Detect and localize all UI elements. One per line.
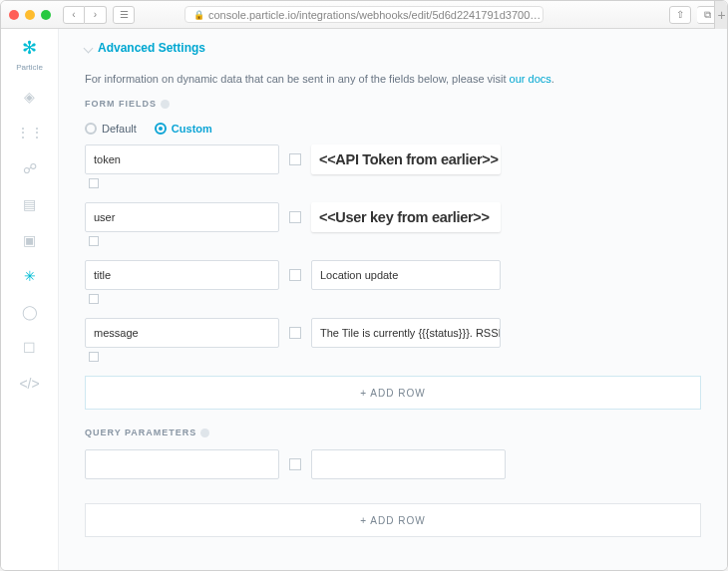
main-content: Advanced Settings For information on dyn…: [59, 29, 727, 570]
add-row-button-formfields[interactable]: + ADD ROW: [85, 376, 701, 410]
brand-label: Particle: [16, 63, 43, 72]
nav-icon-integrations[interactable]: ✳: [19, 265, 41, 287]
new-tab-button[interactable]: +: [714, 1, 728, 29]
row-key-0: token: [94, 153, 121, 165]
row-checkbox-3[interactable]: [289, 327, 301, 339]
row-key-input-3[interactable]: message: [85, 318, 279, 348]
row-subcheck-3[interactable]: [89, 352, 99, 362]
row-subcheck-0[interactable]: [89, 178, 99, 188]
nav-icon-console[interactable]: ▣: [19, 229, 41, 251]
window-close-button[interactable]: [9, 10, 19, 20]
docs-link[interactable]: our docs: [510, 73, 551, 85]
row-value-input-0[interactable]: <<API Token from earlier>>: [311, 144, 501, 174]
row-subcheck-1[interactable]: [89, 236, 99, 246]
radio-default-circle: [85, 123, 97, 135]
qp-checkbox-0[interactable]: [289, 458, 301, 470]
advanced-settings-label: Advanced Settings: [98, 41, 205, 55]
nav-icon-auth[interactable]: ◯: [19, 301, 41, 323]
browser-titlebar: ‹ › ☰ 🔒 console.particle.io/integrations…: [1, 1, 727, 29]
help-icon[interactable]: [161, 100, 170, 109]
row-checkbox-1[interactable]: [289, 211, 301, 223]
advanced-settings-toggle[interactable]: Advanced Settings: [85, 41, 701, 55]
row-subcheck-2[interactable]: [89, 294, 99, 304]
info-text: For information on dynamic data that can…: [85, 73, 701, 85]
radio-default-label: Default: [102, 123, 137, 135]
query-params-label-text: QUERY PARAMETERS: [85, 428, 196, 437]
row-value-input-1[interactable]: <<User key from earlier>>: [311, 202, 501, 232]
row-value-input-2[interactable]: Location update: [311, 260, 501, 290]
row-key-input-0[interactable]: token: [85, 144, 279, 174]
nav-icon-events[interactable]: ☐: [19, 337, 41, 359]
row-value-1: <<User key from earlier>>: [319, 209, 490, 225]
nav-rail: ✻ Particle ◈ ⋮⋮ ☍ ▤ ▣ ✳ ◯ ☐ </>: [1, 29, 59, 570]
row-key-input-2[interactable]: title: [85, 260, 279, 290]
form-fields-heading: FORM FIELDS: [85, 99, 701, 109]
nav-icon-sim[interactable]: ☍: [19, 157, 41, 179]
nav-icon-products[interactable]: ⋮⋮: [19, 122, 41, 143]
row-key-2: title: [94, 269, 111, 281]
browser-forward-button[interactable]: ›: [85, 6, 107, 24]
share-button[interactable]: ⇧: [669, 6, 691, 24]
row-checkbox-0[interactable]: [289, 153, 301, 165]
row-checkbox-2[interactable]: [289, 269, 301, 281]
radio-default[interactable]: Default: [85, 123, 137, 135]
info-pre: For information on dynamic data that can…: [85, 73, 510, 85]
browser-sidebar-toggle[interactable]: ☰: [113, 6, 135, 24]
form-fields-label-text: FORM FIELDS: [85, 99, 157, 109]
window-minimize-button[interactable]: [25, 10, 35, 20]
add-row-label-1: + ADD ROW: [360, 388, 425, 399]
add-row-label-2: + ADD ROW: [360, 515, 425, 526]
row-value-3: The Tile is currently {{{status}}}. RSSI…: [320, 327, 501, 339]
help-icon-2[interactable]: [200, 428, 209, 437]
nav-icon-cube[interactable]: ◈: [19, 86, 41, 108]
row-value-input-3[interactable]: The Tile is currently {{{status}}}. RSSI…: [311, 318, 501, 348]
browser-url[interactable]: 🔒 console.particle.io/integrations/webho…: [184, 6, 544, 23]
row-value-2: Location update: [320, 269, 398, 281]
url-text: console.particle.io/integrations/webhook…: [208, 9, 541, 21]
qp-key-input-0[interactable]: [85, 449, 279, 479]
info-post: .: [551, 73, 554, 85]
window-zoom-button[interactable]: [41, 10, 51, 20]
browser-back-button[interactable]: ‹: [63, 6, 85, 24]
lock-icon: 🔒: [193, 10, 204, 20]
add-row-button-queryparams[interactable]: + ADD ROW: [85, 503, 701, 537]
radio-custom-circle: [155, 123, 167, 135]
row-value-0: <<API Token from earlier>>: [319, 151, 499, 167]
nav-icon-billing[interactable]: ▤: [19, 193, 41, 215]
qp-value-input-0[interactable]: [311, 449, 506, 479]
radio-custom[interactable]: Custom: [155, 123, 212, 135]
row-key-input-1[interactable]: user: [85, 202, 279, 232]
nav-icon-code[interactable]: </>: [19, 373, 41, 395]
radio-custom-label: Custom: [172, 123, 212, 135]
row-key-1: user: [94, 211, 115, 223]
particle-logo-icon[interactable]: ✻: [22, 37, 37, 59]
query-params-heading: QUERY PARAMETERS: [85, 428, 701, 437]
row-key-3: message: [94, 327, 139, 339]
